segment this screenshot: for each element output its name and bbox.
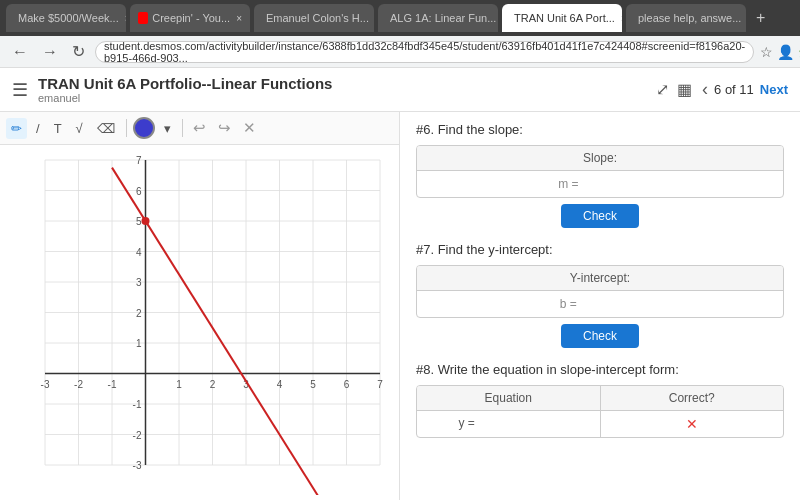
tab-5[interactable]: TRAN Unit 6A Port... × xyxy=(502,4,622,32)
yintercept-input[interactable] xyxy=(580,297,640,311)
undo-button[interactable]: ↩ xyxy=(189,116,210,140)
problem-8-label: #8. Write the equation in slope-intercep… xyxy=(416,362,784,377)
forward-button[interactable]: → xyxy=(38,41,62,63)
table-header: Equation Correct? xyxy=(417,386,783,411)
eraser-tool[interactable]: ⌫ xyxy=(92,118,120,139)
bookmark-button[interactable]: ☆ xyxy=(760,44,773,60)
graph-canvas[interactable] xyxy=(0,145,399,495)
right-panel: #6. Find the slope: Slope: m = Check #7.… xyxy=(400,112,800,500)
header-icons: ⤢ ▦ xyxy=(656,80,692,99)
tab-close-5[interactable]: × xyxy=(621,13,622,24)
toolbar-separator xyxy=(126,119,127,137)
problem-8-section: #8. Write the equation in slope-intercep… xyxy=(416,362,784,438)
tab-4[interactable]: ALG 1A: Linear Fun... × xyxy=(378,4,498,32)
slope-input[interactable] xyxy=(582,177,642,191)
address-text: student.desmos.com/activitybuilder/insta… xyxy=(104,40,745,64)
app-header: ☰ TRAN Unit 6A Portfolio--Linear Functio… xyxy=(0,68,800,112)
new-tab-button[interactable]: + xyxy=(750,9,771,27)
main-content: ✏ / T √ ⌫ ▾ ↩ ↪ ✕ #6. Find the slope: Sl… xyxy=(0,112,800,500)
line-tool[interactable]: / xyxy=(31,118,45,139)
dropdown-arrow[interactable]: ▾ xyxy=(159,118,176,139)
problem-7-section: #7. Find the y-intercept: Y-intercept: b… xyxy=(416,242,784,348)
tab-label-6: please help, answe... xyxy=(638,12,741,24)
page-indicator: 6 of 11 xyxy=(714,82,754,97)
yintercept-input-area: b = xyxy=(417,291,783,317)
toolbar-separator-2 xyxy=(182,119,183,137)
sqrt-tool[interactable]: √ xyxy=(71,118,88,139)
nav-bar: ← → ↻ student.desmos.com/activitybuilder… xyxy=(0,36,800,68)
slope-prefix: m = xyxy=(558,177,578,191)
yintercept-prefix: b = xyxy=(560,297,577,311)
slope-card: Slope: m = xyxy=(416,145,784,198)
tab-3[interactable]: Emanuel Colon's H... × xyxy=(254,4,374,32)
redo-button[interactable]: ↪ xyxy=(214,116,235,140)
profile-button[interactable]: 👤 xyxy=(777,44,794,60)
tab-2[interactable]: Creepin' - You... × xyxy=(130,4,250,32)
back-button[interactable]: ← xyxy=(8,41,32,63)
incorrect-icon: ✕ xyxy=(686,416,698,432)
calculator-button[interactable]: ▦ xyxy=(677,80,692,99)
problem-7-label: #7. Find the y-intercept: xyxy=(416,242,784,257)
tab-6[interactable]: please help, answe... × xyxy=(626,4,746,32)
table-row: y = ✕ xyxy=(417,411,783,437)
reload-button[interactable]: ↻ xyxy=(68,40,89,63)
text-tool[interactable]: T xyxy=(49,118,67,139)
correct-col-header: Correct? xyxy=(601,386,784,410)
hamburger-menu[interactable]: ☰ xyxy=(12,79,28,101)
yintercept-check-button[interactable]: Check xyxy=(561,324,639,348)
graph-area xyxy=(0,145,399,500)
address-bar[interactable]: student.desmos.com/activitybuilder/insta… xyxy=(95,41,754,63)
tab-label-4: ALG 1A: Linear Fun... xyxy=(390,12,496,24)
next-page-button[interactable]: Next xyxy=(760,82,788,97)
tab-1[interactable]: Make $5000/Week... × xyxy=(6,4,126,32)
slope-check-button[interactable]: Check xyxy=(561,204,639,228)
browser-chrome: Make $5000/Week... × Creepin' - You... ×… xyxy=(0,0,800,36)
tab-label-1: Make $5000/Week... xyxy=(18,12,119,24)
problem-6-section: #6. Find the slope: Slope: m = Check xyxy=(416,122,784,228)
correct-cell: ✕ xyxy=(601,411,784,437)
expand-button[interactable]: ⤢ xyxy=(656,80,669,99)
slope-card-header: Slope: xyxy=(417,146,783,171)
slope-input-area: m = xyxy=(417,171,783,197)
prev-page-button[interactable]: ‹ xyxy=(702,79,708,100)
equation-input[interactable] xyxy=(478,416,558,430)
pencil-tool[interactable]: ✏ xyxy=(6,118,27,139)
close-tool[interactable]: ✕ xyxy=(239,116,260,140)
tab-close-2[interactable]: × xyxy=(236,13,242,24)
drawing-toolbar: ✏ / T √ ⌫ ▾ ↩ ↪ ✕ xyxy=(0,112,399,145)
app-subtitle: emanuel xyxy=(38,92,646,104)
tab-close-1[interactable]: × xyxy=(125,13,126,24)
app-title-area: TRAN Unit 6A Portfolio--Linear Functions… xyxy=(38,75,646,104)
tab-favicon-2 xyxy=(138,12,148,24)
tab-label-5: TRAN Unit 6A Port... xyxy=(514,12,615,24)
nav-icons: ☆ 👤 🧩 ⋮ xyxy=(760,44,800,60)
problem-6-label: #6. Find the slope: xyxy=(416,122,784,137)
app-title: TRAN Unit 6A Portfolio--Linear Functions xyxy=(38,75,646,92)
graph-panel: ✏ / T √ ⌫ ▾ ↩ ↪ ✕ xyxy=(0,112,400,500)
tab-label-2: Creepin' - You... xyxy=(152,12,230,24)
yintercept-card: Y-intercept: b = xyxy=(416,265,784,318)
equation-col-header: Equation xyxy=(417,386,601,410)
color-picker[interactable] xyxy=(133,117,155,139)
tab-label-3: Emanuel Colon's H... xyxy=(266,12,369,24)
pagination: ‹ 6 of 11 Next xyxy=(702,79,788,100)
equation-prefix: y = xyxy=(458,416,474,430)
equation-table: Equation Correct? y = ✕ xyxy=(416,385,784,438)
equation-cell[interactable]: y = xyxy=(417,411,601,437)
yintercept-card-header: Y-intercept: xyxy=(417,266,783,291)
